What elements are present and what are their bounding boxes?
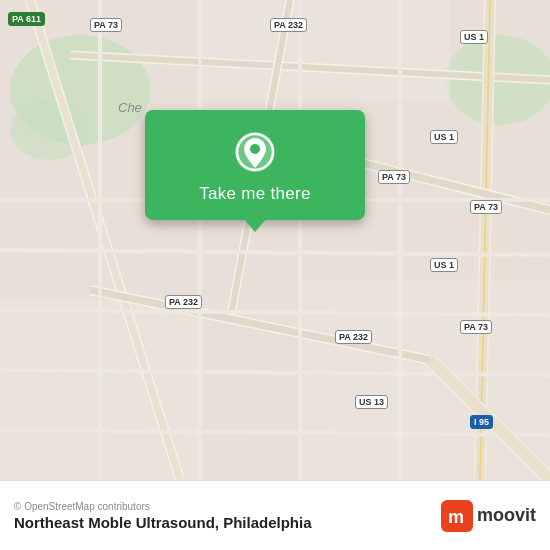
svg-text:m: m bbox=[448, 507, 464, 527]
svg-text:Che: Che bbox=[118, 100, 142, 115]
badge-pa232-mid2: PA 232 bbox=[335, 330, 372, 344]
badge-us1-mid1: US 1 bbox=[430, 130, 458, 144]
moovit-logo: m moovit bbox=[441, 500, 536, 532]
map-svg: Che bbox=[0, 0, 550, 480]
badge-pa73-mid: PA 73 bbox=[378, 170, 410, 184]
badge-us13: US 13 bbox=[355, 395, 388, 409]
badge-pa73-bottom2: PA 73 bbox=[460, 320, 492, 334]
location-name: Northeast Moble Ultrasound, Philadelphia bbox=[14, 514, 312, 531]
take-me-there-button[interactable]: Take me there bbox=[199, 184, 311, 204]
badge-us1-top: US 1 bbox=[460, 30, 488, 44]
badge-pa232-mid: PA 232 bbox=[165, 295, 202, 309]
svg-rect-4 bbox=[200, 0, 450, 100]
location-pin-icon bbox=[233, 130, 277, 174]
moovit-text: moovit bbox=[477, 505, 536, 526]
moovit-icon: m bbox=[441, 500, 473, 532]
badge-i95: I 95 bbox=[470, 415, 493, 429]
badge-pa73-top: PA 73 bbox=[90, 18, 122, 32]
copyright-text: © OpenStreetMap contributors bbox=[14, 501, 312, 512]
popup-card: Take me there bbox=[145, 110, 365, 220]
bottom-info: © OpenStreetMap contributors Northeast M… bbox=[14, 501, 312, 531]
map-container: Che PA 611 PA 73 PA 232 US 1 US 1 PA 73 … bbox=[0, 0, 550, 480]
badge-us1-mid2: US 1 bbox=[430, 258, 458, 272]
bottom-bar: © OpenStreetMap contributors Northeast M… bbox=[0, 480, 550, 550]
badge-pa232-top: PA 232 bbox=[270, 18, 307, 32]
svg-point-34 bbox=[250, 144, 260, 154]
badge-pa73-bottom: PA 73 bbox=[470, 200, 502, 214]
badge-pa611: PA 611 bbox=[8, 12, 45, 26]
